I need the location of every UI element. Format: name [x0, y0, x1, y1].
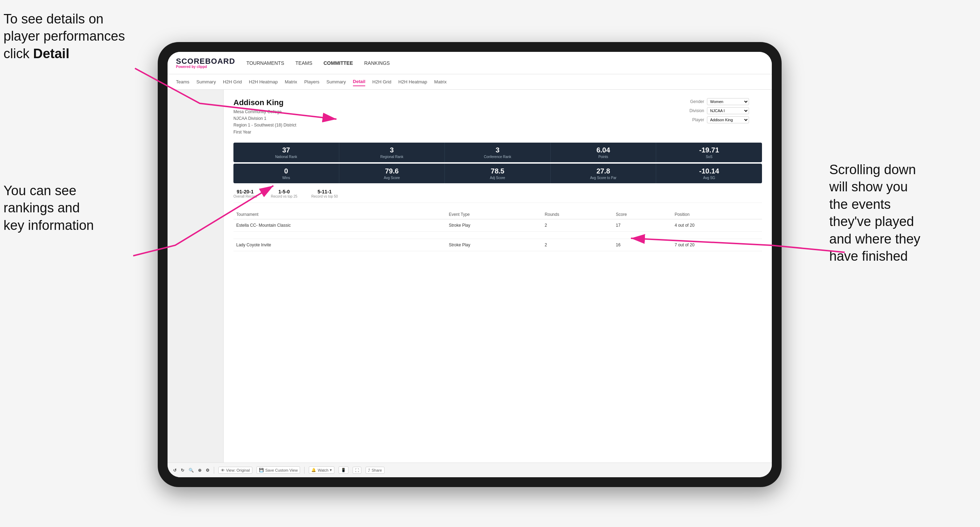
settings-icon[interactable]: ⚙	[206, 468, 210, 473]
stat-wins: 0 Wins	[234, 163, 339, 183]
top50-record: 5-11-1 Record vs top 50	[311, 189, 338, 198]
toolbar-separator-1	[214, 467, 214, 474]
cell-score: 16	[613, 239, 672, 251]
avg-score-value: 79.6	[342, 167, 442, 175]
stat-avg-score: 79.6 Avg Score	[339, 163, 445, 183]
sos-label: SoS	[659, 155, 759, 159]
zoom-in-icon[interactable]: ⊕	[198, 468, 202, 473]
nav-tournaments[interactable]: TOURNAMENTS	[247, 59, 284, 67]
annotation-right-text: Scrolling downwill show youthe eventsthe…	[829, 162, 920, 264]
share-label: Share	[372, 468, 382, 472]
redo-icon[interactable]: ↻	[181, 468, 185, 473]
national-rank-label: National Rank	[236, 155, 336, 159]
sub-nav-h2h-grid2[interactable]: H2H Grid	[372, 78, 391, 86]
save-custom-view-button[interactable]: 💾 Save Custom View	[256, 467, 301, 474]
top25-record: 1-5-0 Record vs top 25	[271, 189, 298, 198]
fullscreen-button[interactable]: ⛶	[353, 467, 361, 474]
sub-nav-detail[interactable]: Detail	[353, 78, 365, 86]
main-content: Addison King Mesa Community College NJCA…	[167, 90, 772, 462]
watch-button[interactable]: 🔔 Watch ▾	[309, 467, 334, 474]
tablet-screen: SCOREBOARD Powered by clippd TOURNAMENTS…	[167, 52, 772, 477]
col-score: Score	[613, 210, 672, 219]
avg-score-label: Avg Score	[342, 176, 442, 180]
tablet-icon-button[interactable]: 📱	[339, 467, 348, 474]
stats-grid-2: 0 Wins 79.6 Avg Score 78.5 Adj Score 27.…	[234, 163, 762, 183]
cell-rounds: 2	[542, 219, 613, 231]
player-region: Region 1 - Southwest (18) District	[234, 122, 296, 129]
sub-nav-players[interactable]: Players	[304, 78, 319, 86]
sub-nav-h2h-heatmap[interactable]: H2H Heatmap	[249, 78, 278, 86]
annotation-bottom-left-text: You can seerankings andkey information	[3, 183, 94, 233]
cell-tournament: Lady Coyote Invite	[234, 239, 446, 251]
watch-label: Watch	[318, 468, 328, 472]
wins-label: Wins	[236, 176, 336, 180]
sub-nav-summary2[interactable]: Summary	[326, 78, 346, 86]
sub-nav-matrix[interactable]: Matrix	[285, 78, 297, 86]
national-rank-value: 37	[236, 146, 336, 154]
undo-icon[interactable]: ↺	[173, 468, 177, 473]
detail-panel: Addison King Mesa Community College NJCA…	[224, 90, 772, 462]
cell-event-type: Stroke Play	[446, 219, 542, 231]
player-school: Mesa Community College	[234, 109, 296, 115]
nav-teams[interactable]: TEAMS	[296, 59, 312, 67]
overall-record-value: 91-20-1	[234, 189, 257, 194]
logo-scoreboard: SCOREBOARD	[176, 57, 235, 65]
top25-record-value: 1-5-0	[271, 189, 298, 194]
sub-nav-teams[interactable]: Teams	[176, 78, 189, 86]
avg-score-par-label: Avg Score to Par	[554, 176, 653, 180]
gender-label: Gender	[685, 99, 704, 104]
nav-committee[interactable]: COMMITTEE	[323, 59, 353, 67]
view-icon: 👁	[221, 468, 225, 472]
sub-nav-h2h-heatmap2[interactable]: H2H Heatmap	[398, 78, 427, 86]
sub-nav-matrix2[interactable]: Matrix	[434, 78, 447, 86]
division-filter-row: Division NJCAA I	[685, 107, 762, 114]
view-original-button[interactable]: 👁 View: Original	[218, 467, 252, 474]
avg-sg-value: -10.14	[659, 167, 759, 175]
gender-filter-row: Gender Women	[685, 98, 762, 105]
gender-select[interactable]: Women	[707, 98, 749, 105]
annotation-bottom-left: You can seerankings andkey information	[3, 182, 130, 234]
stat-adj-score: 78.5 Adj Score	[445, 163, 550, 183]
cell-rounds	[542, 231, 613, 239]
avg-sg-label: Avg SG	[659, 176, 759, 180]
top50-record-value: 5-11-1	[311, 189, 338, 194]
annotation-top-left-text: To see details on player performances cl…	[3, 11, 125, 61]
sub-nav-h2h-grid[interactable]: H2H Grid	[223, 78, 242, 86]
toolbar-separator-2	[304, 467, 305, 474]
col-event-type: Event Type	[446, 210, 542, 219]
sub-nav-summary[interactable]: Summary	[196, 78, 216, 86]
cell-position: 4 out of 20	[672, 219, 762, 231]
points-value: 6.04	[554, 146, 653, 154]
stat-sos: -19.71 SoS	[656, 143, 762, 162]
save-custom-label: Save Custom View	[265, 468, 298, 472]
points-label: Points	[554, 155, 653, 159]
view-original-label: View: Original	[226, 468, 250, 472]
avg-score-par-value: 27.8	[554, 167, 653, 175]
share-button[interactable]: ⤴ Share	[366, 467, 384, 474]
top25-record-label: Record vs top 25	[271, 194, 298, 198]
player-division: NJCAA Division 1	[234, 115, 296, 122]
save-icon: 💾	[259, 468, 264, 472]
conference-rank-label: Conference Rank	[448, 155, 547, 159]
player-filter-row: Player Addison King	[685, 116, 762, 123]
table-header-row: Tournament Event Type Rounds Score Posit…	[234, 210, 762, 219]
overall-record-label: Overall Record	[234, 194, 257, 198]
brand-name: clippd	[197, 65, 207, 69]
cell-tournament: Estella CC- Mountain Classic	[234, 219, 446, 231]
regional-rank-label: Regional Rank	[342, 155, 442, 159]
division-select[interactable]: NJCAA I	[707, 107, 749, 114]
zoom-out-icon[interactable]: 🔍	[189, 468, 194, 473]
player-label: Player	[685, 117, 704, 122]
logo-powered: Powered by clippd	[176, 65, 235, 69]
cell-event-type	[446, 231, 542, 239]
stat-conference-rank: 3 Conference Rank	[445, 143, 550, 162]
nav-rankings[interactable]: RANKINGS	[364, 59, 390, 67]
cell-event-type: Stroke Play	[446, 239, 542, 251]
table-row: Lady Coyote Invite Stroke Play 2 16 7 ou…	[234, 239, 762, 251]
player-year: First Year	[234, 129, 296, 136]
player-select[interactable]: Addison King	[707, 116, 749, 123]
left-sidebar	[167, 90, 224, 462]
col-tournament: Tournament	[234, 210, 446, 219]
regional-rank-value: 3	[342, 146, 442, 154]
cell-rounds: 2	[542, 239, 613, 251]
